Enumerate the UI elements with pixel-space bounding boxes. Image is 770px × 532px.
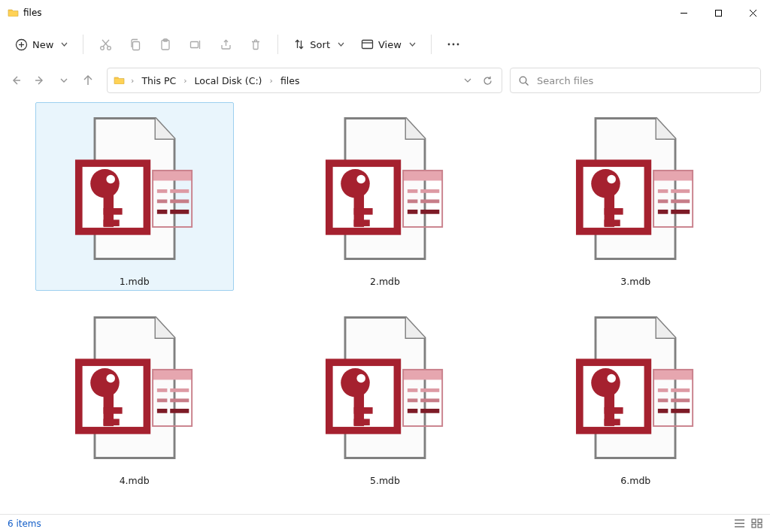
cut-button[interactable] bbox=[92, 32, 118, 57]
chevron-right-icon: › bbox=[267, 76, 276, 86]
new-label: New bbox=[32, 39, 53, 50]
breadcrumb-item[interactable]: This PC bbox=[140, 75, 177, 86]
search-box[interactable] bbox=[510, 68, 761, 93]
view-icon bbox=[361, 39, 374, 50]
ellipsis-icon bbox=[447, 42, 460, 47]
svg-point-41 bbox=[520, 77, 526, 83]
toolbar: New Sort View bbox=[0, 26, 770, 63]
file-label: 3.mdb bbox=[620, 276, 650, 287]
folder-icon bbox=[114, 75, 125, 86]
svg-point-35 bbox=[447, 44, 450, 46]
back-button[interactable] bbox=[9, 74, 23, 87]
details-view-button[interactable] bbox=[734, 518, 745, 528]
svg-line-42 bbox=[526, 83, 529, 86]
window-controls bbox=[666, 0, 770, 26]
mdb-file-icon bbox=[325, 305, 445, 470]
chevron-down-icon bbox=[409, 41, 416, 48]
file-label: 6.mdb bbox=[620, 475, 650, 486]
svg-line-23 bbox=[103, 40, 109, 47]
file-item[interactable]: 4.mdb bbox=[35, 301, 234, 490]
mdb-file-icon bbox=[575, 106, 696, 271]
refresh-button[interactable] bbox=[479, 72, 496, 89]
breadcrumb-item[interactable]: files bbox=[279, 75, 302, 86]
delete-button[interactable] bbox=[243, 32, 268, 57]
folder-icon bbox=[8, 8, 19, 19]
svg-rect-49 bbox=[758, 524, 762, 528]
svg-rect-46 bbox=[752, 519, 756, 523]
up-button[interactable] bbox=[81, 74, 95, 87]
rename-icon bbox=[189, 38, 202, 51]
paste-button[interactable] bbox=[153, 32, 178, 57]
scissors-icon bbox=[99, 38, 112, 51]
search-icon bbox=[518, 75, 529, 86]
svg-rect-33 bbox=[362, 40, 373, 48]
mdb-file-icon bbox=[74, 106, 195, 271]
file-item[interactable]: 1.mdb bbox=[35, 102, 234, 291]
file-label: 2.mdb bbox=[370, 276, 400, 287]
address-dropdown[interactable] bbox=[459, 72, 476, 89]
chevron-right-icon: › bbox=[128, 76, 137, 86]
trash-icon bbox=[250, 38, 262, 51]
sort-label: Sort bbox=[310, 39, 330, 50]
clipboard-icon bbox=[159, 38, 171, 51]
rename-button[interactable] bbox=[183, 32, 208, 57]
copy-button[interactable] bbox=[123, 32, 148, 57]
svg-rect-47 bbox=[758, 519, 762, 523]
more-button[interactable] bbox=[441, 32, 466, 57]
copy-icon bbox=[129, 38, 141, 51]
status-count: 6 items bbox=[8, 518, 41, 529]
mdb-file-icon bbox=[325, 106, 445, 271]
file-item[interactable]: 5.mdb bbox=[286, 301, 484, 490]
file-item[interactable]: 2.mdb bbox=[286, 102, 484, 291]
window-title: files bbox=[23, 8, 42, 18]
file-label: 4.mdb bbox=[120, 475, 150, 486]
sort-icon bbox=[293, 38, 305, 50]
nav-row: › This PC › Local Disk (C:) › files bbox=[0, 63, 770, 98]
minimize-button[interactable] bbox=[666, 0, 701, 26]
view-button[interactable]: View bbox=[355, 32, 422, 57]
svg-point-21 bbox=[101, 46, 105, 50]
address-bar[interactable]: › This PC › Local Disk (C:) › files bbox=[107, 68, 502, 93]
chevron-down-icon bbox=[338, 41, 344, 48]
share-icon bbox=[220, 38, 232, 51]
svg-point-36 bbox=[452, 44, 454, 46]
plus-circle-icon bbox=[15, 38, 28, 51]
file-item[interactable]: 3.mdb bbox=[536, 102, 735, 291]
status-bar: 6 items bbox=[0, 514, 770, 532]
svg-rect-48 bbox=[752, 524, 756, 528]
chevron-down-icon bbox=[61, 41, 68, 48]
file-label: 5.mdb bbox=[370, 475, 400, 486]
share-button[interactable] bbox=[213, 32, 238, 57]
svg-point-22 bbox=[108, 46, 111, 50]
maximize-button[interactable] bbox=[701, 0, 735, 26]
forward-button[interactable] bbox=[33, 74, 47, 87]
mdb-file-icon bbox=[575, 305, 696, 470]
file-label: 1.mdb bbox=[120, 276, 150, 287]
close-button[interactable] bbox=[735, 0, 770, 26]
view-label: View bbox=[378, 39, 402, 50]
file-area[interactable]: 1.mdb2.mdb3.mdb4.mdb5.mdb6.mdb bbox=[0, 98, 770, 514]
breadcrumb-item[interactable]: Local Disk (C:) bbox=[193, 75, 264, 86]
search-input[interactable] bbox=[537, 75, 753, 86]
recent-dropdown[interactable] bbox=[57, 74, 71, 87]
svg-point-37 bbox=[456, 44, 459, 46]
titlebar: files bbox=[0, 0, 770, 26]
svg-line-24 bbox=[102, 40, 108, 47]
new-button[interactable]: New bbox=[9, 32, 74, 57]
mdb-file-icon bbox=[74, 305, 195, 470]
svg-rect-28 bbox=[190, 41, 198, 47]
icons-view-button[interactable] bbox=[751, 518, 762, 528]
svg-rect-25 bbox=[133, 41, 140, 50]
svg-rect-15 bbox=[715, 10, 721, 16]
chevron-right-icon: › bbox=[180, 76, 189, 86]
sort-button[interactable]: Sort bbox=[287, 32, 350, 57]
file-item[interactable]: 6.mdb bbox=[536, 301, 735, 490]
